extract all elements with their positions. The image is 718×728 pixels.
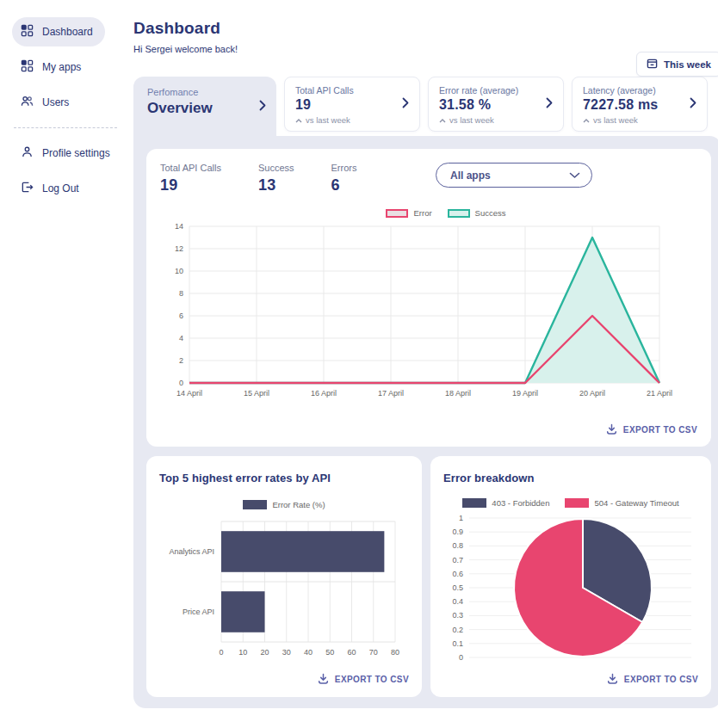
period-selector-button[interactable]: This week (636, 52, 718, 77)
stat-cards-row: Perfomance Overview Total API Calls 19 v… (133, 77, 718, 136)
svg-text:0: 0 (459, 653, 463, 662)
error-rates-title: Top 5 highest error rates by API (159, 472, 409, 484)
stat-card-error-rate[interactable]: Error rate (average) 31.58 % vs last wee… (428, 77, 564, 132)
sidebar-item-log-out[interactable]: Log Out (12, 174, 91, 203)
legend-item[interactable]: Error (386, 208, 431, 218)
svg-text:16 April: 16 April (311, 389, 337, 398)
svg-text:21 April: 21 April (647, 389, 672, 398)
api-calls-legend: ErrorSuccess (195, 208, 697, 218)
sidebar-item-label: My apps (42, 61, 81, 73)
period-selector-label: This week (664, 59, 711, 70)
svg-text:6: 6 (179, 312, 183, 320)
download-icon (606, 423, 617, 436)
sidebar-item-label: Dashboard (42, 26, 93, 38)
legend-item[interactable]: Success (448, 208, 506, 218)
export-csv-button[interactable]: EXPORT TO CSV (159, 673, 409, 686)
svg-text:30: 30 (282, 648, 291, 657)
svg-text:0.5: 0.5 (452, 583, 463, 592)
grid-icon (21, 24, 34, 40)
svg-text:80: 80 (391, 648, 399, 657)
svg-text:0.6: 0.6 (452, 570, 463, 578)
error-rates-bar-chart: 01020304050607080Analytics APIPrice API (159, 516, 411, 661)
svg-text:20 April: 20 April (579, 389, 605, 398)
bottom-cards-row: Top 5 highest error rates by API Error R… (146, 456, 711, 697)
apps-filter-value: All apps (450, 170, 491, 182)
stat-card-total-api-calls[interactable]: Total API Calls 19 vs last week (284, 77, 420, 132)
caret-up-icon (295, 115, 302, 125)
caret-up-icon (439, 115, 446, 125)
sidebar-item-my-apps[interactable]: My apps (12, 52, 93, 82)
stat-card-label: Error rate (average) (439, 85, 553, 96)
legend-swatch (243, 500, 267, 509)
sidebar-item-label: Users (42, 96, 69, 108)
sidebar: Dashboard My apps Users Profile settings… (0, 0, 129, 728)
page-title: Dashboard (133, 19, 718, 38)
svg-text:10: 10 (175, 267, 183, 275)
svg-text:40: 40 (304, 648, 313, 657)
api-calls-line-chart: 0246810121414 April15 April16 April17 Ap… (160, 219, 681, 404)
sidebar-item-label: Log Out (42, 182, 79, 194)
stat-card-value: 7227.58 ms (583, 97, 696, 113)
svg-text:70: 70 (369, 648, 378, 657)
export-csv-label: EXPORT TO CSV (623, 425, 697, 435)
legend-swatch (462, 498, 486, 508)
svg-text:1: 1 (459, 514, 463, 522)
export-csv-button[interactable]: EXPORT TO CSV (160, 423, 697, 436)
sidebar-item-users[interactable]: Users (12, 88, 81, 117)
stat-value: 6 (331, 176, 357, 194)
stat-total-api-calls: Total API Calls 19 (160, 163, 221, 194)
greeting-text: Hi Sergei welcome back! (133, 44, 718, 54)
overview-stats-row: Total API Calls 19 Success 13 Errors 6 A… (160, 163, 697, 194)
users-icon (21, 95, 34, 110)
stat-value: 13 (258, 176, 294, 194)
apps-filter-dropdown[interactable]: All apps (436, 163, 592, 188)
svg-text:17 April: 17 April (378, 389, 404, 398)
app-window: Dashboard My apps Users Profile settings… (0, 0, 718, 728)
svg-text:0.3: 0.3 (452, 611, 463, 620)
tab-performance-overview[interactable]: Perfomance Overview (133, 77, 276, 136)
svg-text:0.8: 0.8 (452, 541, 463, 550)
svg-text:14 April: 14 April (176, 389, 202, 398)
legend-item[interactable]: 504 - Gateway Timeout (565, 498, 678, 508)
calendar-icon (647, 58, 658, 71)
chevron-right-icon (402, 96, 409, 112)
stat-value: 19 (160, 176, 221, 194)
svg-text:10: 10 (238, 648, 247, 657)
tab-kicker: Perfomance (147, 87, 264, 97)
sidebar-item-profile-settings[interactable]: Profile settings (12, 139, 122, 168)
svg-text:12: 12 (175, 244, 183, 253)
stat-label: Errors (331, 163, 357, 173)
svg-text:0: 0 (219, 648, 223, 657)
svg-text:60: 60 (347, 648, 356, 657)
chevron-right-icon (690, 96, 696, 112)
svg-text:0.2: 0.2 (452, 626, 463, 634)
export-csv-button[interactable]: EXPORT TO CSV (443, 673, 698, 686)
legend-swatch (565, 498, 589, 508)
error-rates-card: Top 5 highest error rates by API Error R… (146, 456, 422, 697)
error-breakdown-pie-chart: 10.90.80.70.60.50.40.30.20.10 (443, 511, 698, 666)
caret-up-icon (583, 115, 590, 125)
legend-swatch (386, 209, 408, 218)
svg-text:0.1: 0.1 (452, 639, 463, 648)
stat-errors: Errors 6 (331, 163, 357, 194)
svg-text:18 April: 18 April (445, 389, 471, 398)
error-breakdown-card: Error breakdown 403 - Forbidden504 - Gat… (430, 456, 711, 697)
person-icon (21, 145, 34, 161)
trend-label: vs last week (593, 115, 638, 125)
legend-item[interactable]: 403 - Forbidden (462, 498, 549, 508)
stat-card-label: Latency (average) (583, 85, 696, 96)
legend-swatch (448, 209, 470, 218)
stat-card-value: 31.58 % (439, 97, 553, 113)
sidebar-item-label: Profile settings (42, 147, 110, 159)
svg-text:Price API: Price API (183, 608, 214, 616)
legend-item[interactable]: Error Rate (%) (243, 500, 325, 509)
sidebar-item-dashboard[interactable]: Dashboard (12, 17, 105, 46)
trend-label: vs last week (449, 115, 494, 125)
svg-text:Analytics API: Analytics API (169, 547, 214, 556)
overview-section: Total API Calls 19 Success 13 Errors 6 A… (133, 136, 718, 708)
download-icon (607, 673, 618, 686)
stat-label: Success (258, 163, 294, 173)
legend-label: Error Rate (%) (272, 500, 325, 509)
main-content: Dashboard Hi Sergei welcome back! This w… (129, 0, 718, 728)
stat-card-latency[interactable]: Latency (average) 7227.58 ms vs last wee… (572, 77, 708, 132)
